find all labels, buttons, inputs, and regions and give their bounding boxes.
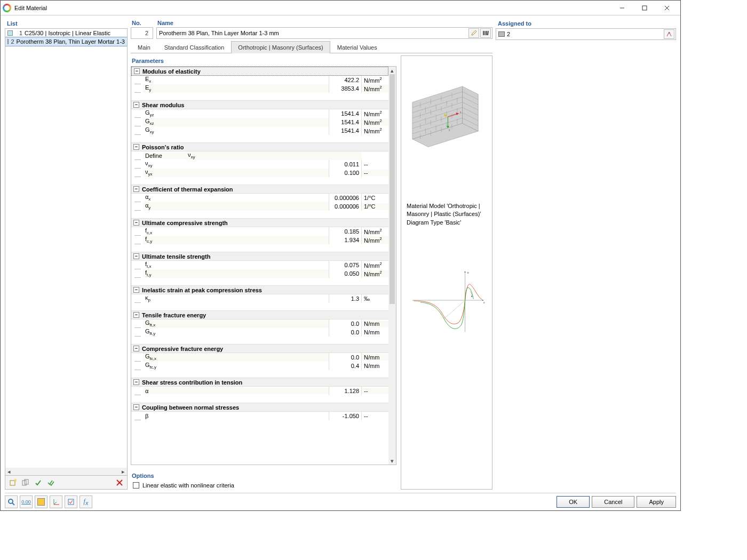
param-group-header[interactable]: −Inelastic strain at peak compression st… <box>131 285 388 294</box>
scroll-thumb[interactable] <box>390 74 395 304</box>
param-row[interactable]: Ey 3853.4 N/mm2 <box>131 84 388 93</box>
scroll-right-icon[interactable]: ▸ <box>120 468 127 475</box>
param-vscroll[interactable]: ▴ ▾ <box>388 67 396 465</box>
maximize-button[interactable] <box>633 1 656 15</box>
collapse-icon[interactable]: − <box>133 346 139 351</box>
collapse-icon[interactable]: − <box>133 186 139 192</box>
help-button[interactable] <box>5 495 18 508</box>
collapse-icon[interactable]: − <box>134 68 140 74</box>
scroll-up-icon[interactable]: ▴ <box>388 67 396 74</box>
param-row[interactable]: β -1.050 -- <box>131 412 388 420</box>
delete-button[interactable] <box>114 477 125 488</box>
param-value[interactable]: 0.000006 <box>329 194 362 202</box>
param-value[interactable]: -1.050 <box>329 412 362 420</box>
param-group-header[interactable]: −Tensile fracture energy <box>131 310 388 319</box>
param-row[interactable]: Ex 422.2 N/mm2 <box>131 76 388 84</box>
tab-standard-classification[interactable]: Standard Classification <box>157 41 232 53</box>
param-group-header[interactable]: −Ultimate tensile strength <box>131 252 388 261</box>
cancel-button[interactable]: Cancel <box>592 496 634 508</box>
library-button[interactable] <box>480 28 491 38</box>
param-row[interactable]: αy 0.000006 1/°C <box>131 202 388 211</box>
param-group-header[interactable]: −Shear modulus <box>131 100 388 109</box>
tab-material-values[interactable]: Material Values <box>330 41 384 53</box>
param-row[interactable]: Gxz 1541.4 N/mm2 <box>131 118 388 126</box>
param-value[interactable]: 1541.4 <box>329 109 362 118</box>
param-group-header[interactable]: −Compressive fracture energy <box>131 344 388 353</box>
param-value[interactable]: 1.3 <box>329 294 362 303</box>
param-row[interactable]: fc,y 1.934 N/mm2 <box>131 236 388 244</box>
collapse-icon[interactable]: − <box>133 287 139 293</box>
collapse-icon[interactable]: − <box>133 379 139 385</box>
param-row[interactable]: Gft,x 0.0 N/mm <box>131 319 388 328</box>
fx-button[interactable]: fx <box>80 495 92 508</box>
param-value[interactable]: 0.000006 <box>329 202 362 211</box>
param-row[interactable]: κp 1.3 ‰ <box>131 294 388 303</box>
material-name-field[interactable]: Porotherm 38 Plan, Thin Layer Mortar 1-3… <box>156 27 492 39</box>
param-row[interactable]: fc,x 0.185 N/mm2 <box>131 227 388 236</box>
param-value[interactable]: 3853.4 <box>329 84 362 93</box>
scroll-down-icon[interactable]: ▾ <box>388 457 396 465</box>
list-item[interactable]: 1 C25/30 | Isotropic | Linear Elastic <box>5 29 127 37</box>
param-value[interactable]: 0.075 <box>329 261 362 269</box>
param-row[interactable]: Gxy 1541.4 N/mm2 <box>131 126 388 135</box>
param-row[interactable]: νyx 0.100 -- <box>131 169 388 177</box>
minimize-button[interactable] <box>611 1 633 15</box>
param-row[interactable]: Gft,y 0.0 N/mm <box>131 328 388 337</box>
report-button[interactable] <box>65 495 77 508</box>
tab-orthotropic-masonry-surfaces-[interactable]: Orthotropic | Masonry (Surfaces) <box>231 41 330 53</box>
collapse-icon[interactable]: − <box>133 404 139 410</box>
param-value[interactable]: 1541.4 <box>329 118 362 126</box>
param-value[interactable]: 0.185 <box>329 227 362 236</box>
param-row[interactable]: ft,x 0.075 N/mm2 <box>131 261 388 269</box>
units-button[interactable]: 0.00 <box>20 495 33 508</box>
param-value[interactable]: 1541.4 <box>329 126 362 135</box>
list-hscroll[interactable]: ◂ ▸ <box>5 468 127 475</box>
ok-button[interactable]: OK <box>557 496 590 508</box>
param-value[interactable]: 0.100 <box>329 169 362 177</box>
material-no-field[interactable]: 2 <box>131 27 153 39</box>
color-button[interactable] <box>35 495 47 508</box>
param-value[interactable]: 0.0 <box>329 353 362 362</box>
param-value[interactable]: 0.4 <box>329 362 362 370</box>
param-row[interactable]: ft,y 0.050 N/mm2 <box>131 269 388 278</box>
list-item[interactable]: 2 Porotherm 38 Plan, Thin Layer Mortar 1… <box>5 37 127 46</box>
param-group-header[interactable]: −Shear stress contribution in tension <box>131 378 388 387</box>
collapse-icon[interactable]: − <box>133 220 139 226</box>
collapse-icon[interactable]: − <box>133 102 139 108</box>
new-item-button[interactable] <box>7 477 18 488</box>
assigned-field[interactable]: 2 <box>496 28 676 40</box>
scroll-left-icon[interactable]: ◂ <box>5 468 13 475</box>
apply-button[interactable]: Apply <box>637 496 676 508</box>
param-value[interactable]: 1.934 <box>329 236 362 244</box>
coord-button[interactable] <box>50 495 62 508</box>
pick-assigned-button[interactable] <box>664 29 674 39</box>
close-button[interactable] <box>656 1 678 15</box>
edit-name-button[interactable] <box>468 28 479 38</box>
check-all-button[interactable] <box>46 477 57 488</box>
param-row[interactable]: Define νxy <box>131 151 388 160</box>
param-value[interactable]: 0.050 <box>329 269 362 278</box>
param-value[interactable]: 0.011 <box>329 160 362 169</box>
copy-item-button[interactable] <box>20 477 31 488</box>
param-row[interactable]: Gyz 1541.4 N/mm2 <box>131 109 388 118</box>
linear-elastic-checkbox[interactable] <box>133 482 139 489</box>
param-group-header[interactable]: −Poisson's ratio <box>131 142 388 151</box>
param-row[interactable]: αx 0.000006 1/°C <box>131 194 388 202</box>
param-group-header[interactable]: −Ultimate compressive strength <box>131 218 388 227</box>
param-group-header[interactable]: −Coefficient of thermal expansion <box>131 185 388 194</box>
param-row[interactable]: Gfc,y 0.4 N/mm <box>131 362 388 370</box>
tab-main[interactable]: Main <box>131 41 157 53</box>
param-value[interactable]: 0.0 <box>329 319 362 328</box>
param-group-header[interactable]: −Modulus of elasticity <box>131 67 388 76</box>
param-value[interactable]: 422.2 <box>329 76 362 84</box>
param-group-header[interactable]: −Coupling between normal stresses <box>131 403 388 412</box>
material-list[interactable]: 1 C25/30 | Isotropic | Linear Elastic 2 … <box>5 28 128 476</box>
param-value[interactable]: 0.0 <box>329 328 362 337</box>
param-value[interactable]: 1.128 <box>329 387 362 395</box>
param-row[interactable]: Gfc,x 0.0 N/mm <box>131 353 388 362</box>
param-row[interactable]: νxy 0.011 -- <box>131 160 388 169</box>
collapse-icon[interactable]: − <box>133 312 139 318</box>
collapse-icon[interactable]: − <box>133 144 139 150</box>
collapse-icon[interactable]: − <box>133 253 139 259</box>
check-button[interactable] <box>33 477 44 488</box>
